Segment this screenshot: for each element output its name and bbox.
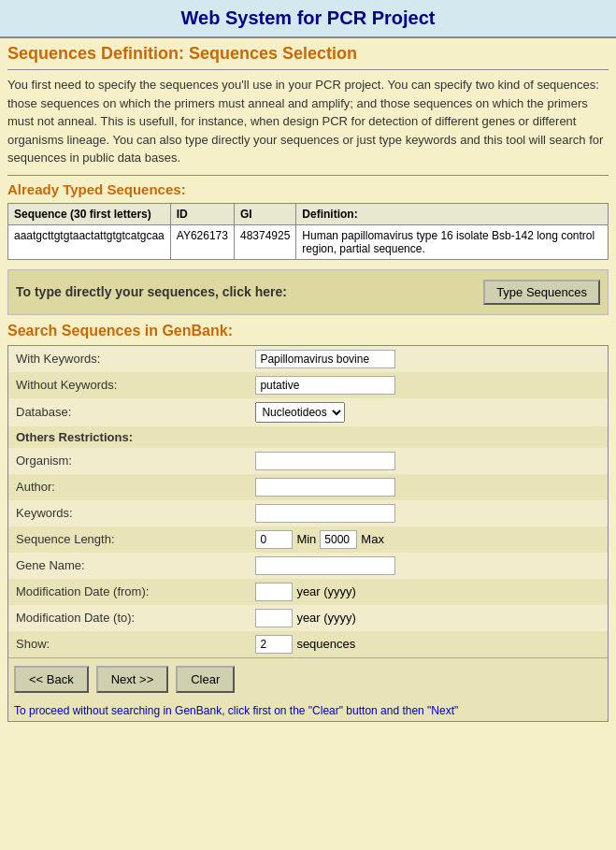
row-gene-name: Gene Name: (8, 553, 608, 579)
cell-others-restrictions (248, 426, 608, 448)
cell-mod-date-to: year (yyyy) (248, 605, 608, 631)
row-database: Database: Nucleotideos Protein Nucleotid… (8, 398, 608, 426)
input-keywords[interactable] (255, 504, 395, 523)
col-header-definition: Definition: (296, 203, 609, 224)
already-typed-title: Already Typed Sequences: (7, 181, 609, 197)
cell-database: Nucleotideos Protein Nucleotide (248, 398, 608, 426)
label-without-keywords: Without Keywords: (8, 372, 248, 398)
col-header-sequence: Sequence (30 first letters) (8, 203, 171, 224)
row-without-keywords: Without Keywords: (8, 372, 608, 398)
clear-button[interactable]: Clear (176, 666, 235, 693)
select-database[interactable]: Nucleotideos Protein Nucleotide (255, 402, 345, 423)
row-keywords: Keywords: (8, 500, 608, 526)
label-mod-date-to: Modification Date (to): (8, 605, 248, 631)
label-min: Min (296, 532, 316, 546)
table-row: aaatgcttgtgtaactattgtgtcatgcaa AY626173 … (8, 224, 609, 259)
cell-without-keywords (248, 372, 608, 398)
type-sequences-button[interactable]: Type Sequences (483, 280, 600, 305)
cell-sequence: aaatgcttgtgtaactattgtgtcatgcaa (8, 224, 171, 259)
search-genbank-title: Search Sequences in GenBank: (7, 323, 609, 339)
row-sequence-length: Sequence Length: Min Max (8, 526, 608, 553)
page-title: Web System for PCR Project (4, 7, 612, 29)
back-button[interactable]: << Back (14, 666, 89, 693)
input-seq-length-max[interactable] (320, 530, 357, 549)
label-organism: Organism: (8, 448, 248, 474)
type-sequences-section: To type directly your sequences, click h… (7, 269, 609, 315)
label-gene-name: Gene Name: (8, 553, 248, 579)
cell-show: sequences (248, 631, 608, 657)
cell-keywords (248, 500, 608, 526)
cell-sequence-length: Min Max (248, 526, 608, 553)
section-title: Sequences Definition: Sequences Selectio… (7, 44, 609, 64)
divider-1 (7, 69, 609, 70)
sequences-table: Sequence (30 first letters) ID GI Defini… (7, 203, 609, 260)
row-mod-date-to: Modification Date (to): year (yyyy) (8, 605, 608, 631)
row-others-restrictions: Others Restrictions: (8, 426, 608, 448)
cell-id: AY626173 (170, 224, 234, 259)
col-header-gi: GI (234, 203, 295, 224)
input-seq-length-min[interactable] (255, 530, 293, 549)
footer-buttons: << Back Next >> Clear (8, 657, 608, 700)
input-gene-name[interactable] (255, 556, 395, 575)
label-sequence-length: Sequence Length: (8, 526, 248, 553)
input-show[interactable] (255, 635, 293, 654)
row-mod-date-from: Modification Date (from): year (yyyy) (8, 579, 608, 605)
page-header: Web System for PCR Project (0, 0, 616, 38)
cell-gi: 48374925 (234, 224, 295, 259)
cell-gene-name (248, 553, 608, 579)
label-others-restrictions: Others Restrictions: (8, 426, 248, 448)
page-description: You first need to specify the sequences … (7, 76, 609, 167)
label-show: Show: (8, 631, 248, 657)
cell-mod-date-from: year (yyyy) (248, 579, 608, 605)
label-max: Max (361, 532, 384, 546)
input-author[interactable] (255, 478, 395, 497)
type-sequences-label: To type directly your sequences, click h… (16, 284, 483, 299)
footer-note: To proceed without searching in GenBank,… (8, 700, 608, 721)
cell-definition: Human papillomavirus type 16 isolate Bsb… (296, 224, 609, 259)
label-database: Database: (8, 398, 248, 426)
input-mod-date-to[interactable] (255, 609, 293, 627)
label-author: Author: (8, 474, 248, 500)
row-author: Author: (8, 474, 608, 500)
label-year-to: year (yyyy) (296, 611, 356, 625)
row-organism: Organism: (8, 448, 608, 474)
label-with-keywords: With Keywords: (8, 346, 248, 372)
cell-author (248, 474, 608, 500)
input-mod-date-from[interactable] (255, 583, 293, 601)
search-genbank-section: With Keywords: Without Keywords: Databas… (7, 345, 609, 722)
input-without-keywords[interactable] (255, 376, 395, 395)
input-organism[interactable] (255, 452, 395, 470)
next-button[interactable]: Next >> (96, 666, 169, 693)
cell-with-keywords (248, 346, 608, 372)
label-year-from: year (yyyy) (296, 584, 356, 598)
row-with-keywords: With Keywords: (8, 346, 608, 372)
input-with-keywords[interactable] (255, 350, 395, 368)
row-show: Show: sequences (8, 631, 608, 657)
label-mod-date-from: Modification Date (from): (8, 579, 248, 605)
cell-organism (248, 448, 608, 474)
divider-2 (7, 175, 609, 176)
label-keywords: Keywords: (8, 500, 248, 526)
col-header-id: ID (170, 203, 234, 224)
search-table: With Keywords: Without Keywords: Databas… (8, 346, 608, 657)
label-sequences: sequences (296, 637, 355, 651)
